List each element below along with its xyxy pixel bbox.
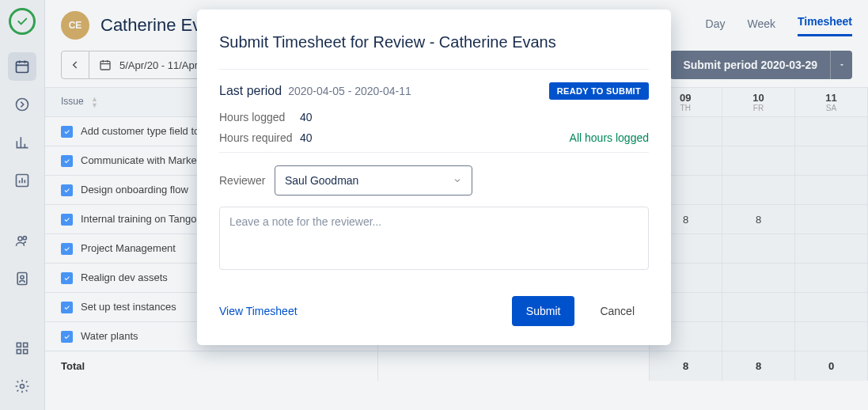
cancel-button[interactable]: Cancel: [586, 296, 649, 326]
ready-badge: READY TO SUBMIT: [549, 82, 649, 100]
last-period-dates: 2020-04-05 - 2020-04-11: [288, 85, 549, 97]
reviewer-note-input[interactable]: [219, 207, 649, 270]
last-period-label: Last period: [219, 84, 282, 98]
submit-timesheet-modal: Submit Timesheet for Review - Catherine …: [197, 9, 671, 345]
chevron-down-icon: [453, 176, 462, 185]
hours-required-value: 40: [300, 131, 313, 144]
reviewer-select[interactable]: Saul Goodman: [275, 165, 472, 196]
view-timesheet-link[interactable]: View Timesheet: [219, 305, 298, 317]
all-logged-status: All hours logged: [570, 131, 649, 144]
hours-required-label: Hours required: [219, 131, 300, 144]
reviewer-label: Reviewer: [219, 174, 275, 187]
modal-title: Submit Timesheet for Review - Catherine …: [219, 33, 649, 51]
reviewer-value: Saul Goodman: [285, 174, 358, 187]
hours-logged-label: Hours logged: [219, 111, 300, 123]
submit-button[interactable]: Submit: [512, 296, 575, 326]
hours-logged-value: 40: [300, 111, 313, 123]
